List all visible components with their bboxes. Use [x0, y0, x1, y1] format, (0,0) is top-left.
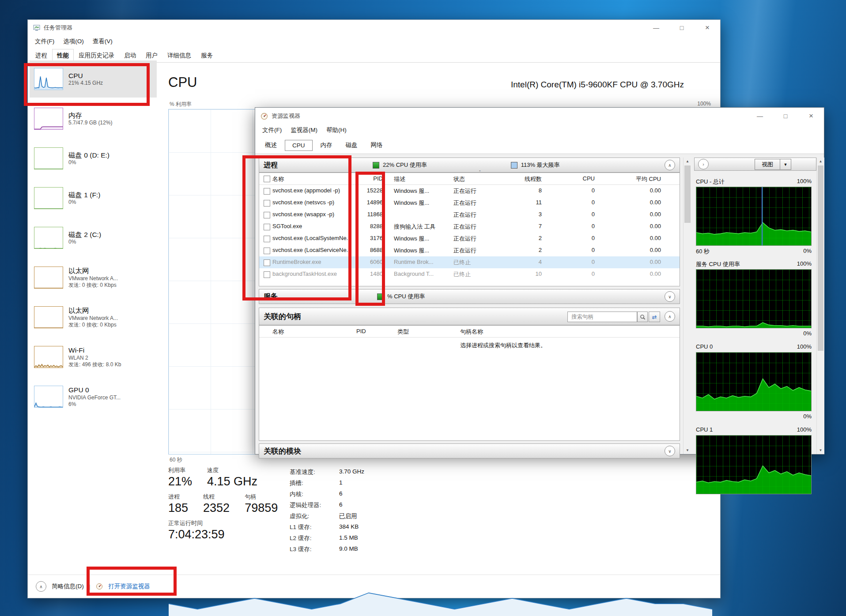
expand-graphs-button[interactable]: ›	[698, 159, 709, 169]
rm-tab-CPU[interactable]: CPU	[285, 140, 313, 151]
sparkline	[34, 108, 63, 129]
detail-label: L2 缓存:	[290, 534, 339, 542]
detail-value: 3.70 GHz	[339, 468, 364, 476]
rm-maximize-button[interactable]: □	[773, 108, 798, 124]
scrollbar-thumb[interactable]	[684, 165, 691, 223]
rm-close-button[interactable]: ×	[798, 108, 824, 124]
stat-value: 79859	[245, 501, 278, 515]
stat-label: 线程	[203, 493, 230, 501]
view-dropdown-button[interactable]: ▼	[780, 159, 791, 170]
sidebar-item-6[interactable]: 以太网VMware Network A...发送: 0 接收: 0 Kbps	[30, 299, 157, 336]
tm-tab-5[interactable]: 详细信息	[162, 49, 196, 62]
rm-tab-概述[interactable]: 概述	[260, 139, 282, 151]
sidebar-item-title: 磁盘 2 (C:)	[68, 230, 101, 239]
modules-section-header[interactable]: 关联的模块 ∨	[259, 443, 680, 458]
center-scrollbar[interactable]: ▲ ▼	[683, 158, 691, 454]
handles-section-header[interactable]: 关联的句柄 搜索句柄 ⇄ ∧	[259, 308, 680, 325]
expand-services-section-button[interactable]: ∨	[665, 291, 675, 302]
sidebar-item-3[interactable]: 磁盘 1 (F:)0%	[30, 180, 157, 217]
annotation-box-cpu-sidebar	[24, 63, 150, 106]
handles-table: 名称PID类型句柄名称 选择进程或搜索句柄以查看结果。	[259, 325, 680, 441]
cell-threads: 2	[498, 247, 542, 253]
scroll-down-arrow[interactable]: ▼	[684, 447, 691, 454]
task-manager-menubar: 文件(F)选项(O)查看(V)	[28, 36, 720, 49]
cpu-stats: 利用率21%速度4.15 GHz进程185线程2352句柄79859正常运行时间…	[168, 466, 278, 546]
tm-menu-item-0[interactable]: 文件(F)	[31, 37, 58, 46]
scroll-up-arrow[interactable]: ▲	[684, 158, 691, 165]
rm-menu-item-0[interactable]: 文件(F)	[259, 125, 285, 135]
resource-monitor-titlebar[interactable]: 资源监视器 — □ ×	[255, 108, 824, 124]
rm-tab-网络[interactable]: 网络	[366, 139, 388, 151]
collapse-process-section-button[interactable]: ∧	[665, 160, 675, 170]
graph-blue-line	[762, 187, 763, 245]
cell-threads: 2	[498, 235, 542, 241]
sidebar-item-subtitle: VMware Network A...	[68, 275, 118, 282]
sidebar-item-subtitle: WLAN 2	[68, 355, 121, 361]
graph-max-label: 100%	[776, 426, 812, 433]
cell-desc: Runtime Brok...	[394, 259, 434, 265]
collapse-details-button[interactable]: ∧	[36, 581, 46, 592]
right-scroll-up-arrow[interactable]: ▲	[817, 158, 824, 165]
cell-cpu: 0	[555, 259, 595, 265]
maximize-button[interactable]: □	[669, 20, 695, 36]
cpu-usage-indicator	[373, 162, 379, 169]
cpu-graph-2	[696, 352, 812, 411]
collapse-handles-section-button[interactable]: ∧	[665, 311, 675, 322]
search-button[interactable]	[637, 312, 648, 322]
minimize-button[interactable]: —	[643, 20, 669, 36]
sidebar-item-title: Wi-Fi	[68, 346, 121, 354]
rm-tab-内存[interactable]: 内存	[315, 139, 338, 151]
right-scrollbar[interactable]: ▲ ▼	[816, 158, 824, 454]
task-manager-title: 任务管理器	[44, 24, 72, 32]
view-button[interactable]: 视图	[755, 159, 780, 170]
handles-column-句柄名称[interactable]: 句柄名称	[460, 328, 483, 336]
column-header-线程数[interactable]: 线程数	[498, 175, 542, 183]
graph-max-label: 100%	[776, 260, 812, 267]
task-manager-titlebar[interactable]: 任务管理器 — □ ×	[28, 20, 720, 36]
close-button[interactable]: ×	[695, 20, 720, 36]
rm-menu-item-1[interactable]: 监视器(M)	[287, 125, 321, 135]
cpu-detail-row: 虚拟化:已启用	[290, 512, 364, 520]
rm-menu-item-2[interactable]: 帮助(H)	[323, 125, 350, 135]
sidebar-item-5[interactable]: 以太网VMware Network A...发送: 0 接收: 0 Kbps	[30, 259, 157, 296]
tm-tab-6[interactable]: 服务	[196, 49, 218, 62]
cpu-stat-进程: 进程185	[168, 493, 188, 515]
sidebar-mini-graph	[34, 108, 63, 130]
column-header-平均 CPU[interactable]: 平均 CPU	[612, 175, 661, 183]
tm-menu-item-2[interactable]: 查看(V)	[89, 37, 116, 46]
refresh-handles-button[interactable]: ⇄	[649, 312, 660, 322]
column-header-描述[interactable]: 描述	[394, 175, 405, 183]
handle-search-input[interactable]: 搜索句柄	[567, 312, 637, 322]
column-header-CPU[interactable]: CPU	[555, 175, 595, 182]
rm-tab-磁盘[interactable]: 磁盘	[340, 139, 363, 151]
cell-status: 正在运行	[453, 235, 476, 243]
cell-desc: Windows 服...	[394, 187, 429, 195]
sidebar-item-4[interactable]: 磁盘 2 (C:)0%	[30, 219, 157, 256]
handles-columns: 名称PID类型句柄名称	[259, 326, 680, 338]
cpu-panel-title: CPU	[168, 75, 197, 90]
tm-menu-item-1[interactable]: 选项(O)	[60, 37, 87, 46]
cell-avg-cpu: 0.00	[612, 235, 661, 241]
right-scrollbar-thumb[interactable]	[818, 165, 823, 351]
sidebar-item-8[interactable]: GPU 0NVIDIA GeForce GT...6%	[30, 378, 157, 415]
sidebar-item-2[interactable]: 磁盘 0 (D: E:)0%	[30, 140, 157, 177]
expand-modules-section-button[interactable]: ∨	[665, 446, 675, 456]
handles-column-PID[interactable]: PID	[356, 328, 366, 334]
rm-minimize-button[interactable]: —	[747, 108, 773, 124]
cpu-detail-row: L3 缓存:9.0 MB	[290, 545, 364, 553]
detail-label: 插槽:	[290, 479, 339, 487]
right-scroll-down-arrow[interactable]: ▼	[817, 447, 824, 454]
sparkline	[34, 267, 63, 288]
sidebar-item-title: 磁盘 1 (F:)	[68, 191, 100, 199]
handles-column-类型[interactable]: 类型	[397, 328, 409, 336]
graph-min-label: 0%	[776, 330, 812, 337]
sidebar-item-7[interactable]: Wi-FiWLAN 2发送: 496 接收: 8.0 Kb	[30, 338, 157, 376]
sparkline	[34, 148, 63, 169]
cell-desc: 搜狗输入法 工具	[394, 223, 436, 231]
handles-column-名称[interactable]: 名称	[272, 328, 284, 336]
sidebar-mini-graph	[34, 227, 63, 249]
column-header-状态[interactable]: 状态	[453, 175, 465, 183]
summary-view-label[interactable]: 简略信息(D)	[52, 582, 84, 590]
cell-cpu: 0	[555, 211, 595, 218]
cell-status: 正在运行	[453, 199, 476, 207]
